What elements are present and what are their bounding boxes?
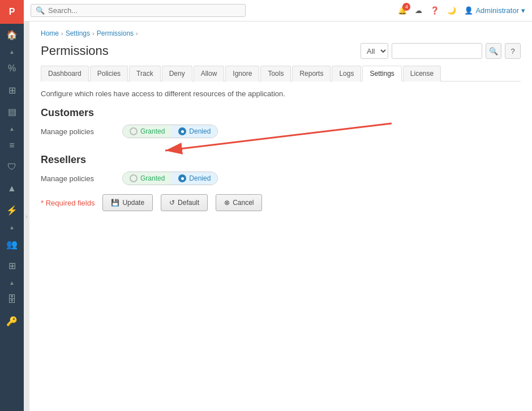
sidebar-item-lightning[interactable]: ⚡ — [0, 199, 24, 221]
search-icon: 🔍 — [36, 6, 45, 15]
sidebar-item-users[interactable]: 👥 — [0, 233, 24, 255]
sidebar-item-list[interactable]: ▤ — [0, 101, 24, 122]
help-button[interactable]: ? — [505, 43, 521, 59]
filter-select[interactable]: All — [361, 43, 388, 59]
required-label-text: Required fields — [46, 199, 95, 207]
admin-user-icon: 👤 — [464, 6, 473, 15]
app-logo[interactable]: P — [0, 0, 24, 24]
tab-track[interactable]: Track — [129, 66, 161, 82]
tab-settings[interactable]: Settings — [362, 66, 401, 82]
tab-dashboard[interactable]: Dashboard — [41, 66, 89, 82]
search-input[interactable] — [48, 6, 241, 15]
search-button[interactable]: 🔍 — [486, 43, 501, 59]
resellers-granted-radio — [130, 174, 138, 182]
customers-denied-option[interactable]: Denied — [171, 125, 217, 138]
resellers-granted-option[interactable]: Granted — [123, 172, 171, 185]
resellers-denied-option[interactable]: Denied — [171, 172, 217, 185]
customers-granted-option[interactable]: Granted — [123, 125, 171, 138]
tab-logs[interactable]: Logs — [332, 66, 361, 82]
resellers-manage-policies-label: Manage policies — [41, 174, 114, 183]
breadcrumb-sep1: › — [61, 30, 63, 37]
topbar-right: 🔔 4 ☁ ❓ 🌙 👤 Administrator ▾ — [398, 6, 525, 15]
sidebar-item-percent[interactable]: % — [0, 58, 24, 79]
sidebar-item-shield[interactable]: 🛡 — [0, 156, 24, 178]
tab-reports[interactable]: Reports — [292, 66, 331, 82]
page-content: Home › Settings › Permissions › Permissi… — [29, 22, 532, 411]
moon-icon[interactable]: 🌙 — [447, 6, 456, 15]
notification-bell[interactable]: 🔔 4 — [398, 6, 407, 15]
tab-policies[interactable]: Policies — [90, 66, 128, 82]
customers-toggle-group: Granted Denied — [122, 125, 218, 138]
sidebar-item-storage[interactable]: 🗄 — [0, 289, 24, 310]
sidebar-collapse-btn[interactable]: › — [24, 22, 29, 411]
tab-deny[interactable]: Deny — [162, 66, 192, 82]
tabs: DashboardPoliciesTrackDenyAllowIgnoreToo… — [41, 66, 521, 82]
admin-label-text: Administrator — [475, 6, 519, 15]
default-icon: ↺ — [169, 199, 175, 207]
topbar: 🔍 🔔 4 ☁ ❓ 🌙 👤 Administrator ▾ — [24, 0, 532, 22]
section-title-customers: Customers — [41, 107, 521, 119]
breadcrumb-current[interactable]: Permissions — [97, 29, 134, 37]
tab-ignore[interactable]: Ignore — [225, 66, 259, 82]
sidebar-item-grid[interactable]: ⊞ — [0, 79, 24, 101]
update-label: Update — [122, 199, 144, 207]
filter-text-input[interactable] — [392, 43, 482, 59]
breadcrumb-home[interactable]: Home — [41, 29, 59, 37]
cloud-icon[interactable]: ☁ — [415, 6, 422, 15]
resellers-denied-label: Denied — [189, 174, 211, 182]
required-row: * Required fields 💾 Update ↺ Default ⊗ C… — [41, 194, 521, 211]
sidebar-item-menu[interactable]: ≡ — [0, 135, 24, 156]
breadcrumb: Home › Settings › Permissions › — [41, 29, 521, 37]
customers-manage-policies-row: Manage policies Granted Denied — [41, 125, 521, 138]
filter-row: All 🔍 ? — [361, 43, 521, 59]
content-area: › Home › Settings › Permissions › Permis… — [24, 22, 532, 411]
default-label: Default — [178, 199, 199, 207]
resellers-granted-label: Granted — [140, 174, 165, 182]
sidebar-collapse-3[interactable]: ▲ — [0, 221, 24, 233]
sidebar-item-triangle[interactable]: ▲ — [0, 178, 24, 199]
sidebar-collapse-2[interactable]: ▲ — [0, 122, 24, 135]
tab-license[interactable]: License — [403, 66, 441, 82]
update-icon: 💾 — [111, 199, 119, 207]
customers-denied-label: Denied — [189, 127, 211, 135]
resellers-manage-policies-row: Manage policies Granted Denied — [41, 172, 521, 185]
breadcrumb-sep3: › — [136, 30, 138, 37]
help-icon[interactable]: ❓ — [430, 6, 439, 15]
required-label: * Required fields — [41, 199, 95, 207]
admin-menu[interactable]: 👤 Administrator ▾ — [464, 6, 525, 15]
page-title: Permissions — [41, 44, 109, 58]
description: Configure which roles have access to dif… — [41, 89, 521, 98]
resellers-denied-radio — [178, 174, 186, 182]
notification-count: 4 — [402, 3, 410, 11]
sidebar-collapse-4[interactable]: ▲ — [0, 276, 24, 289]
tab-tools[interactable]: Tools — [260, 66, 291, 82]
customers-granted-label: Granted — [140, 127, 165, 135]
sidebar-item-key[interactable]: 🔑 — [0, 310, 24, 332]
sidebar-collapse-1[interactable]: ▲ — [0, 45, 24, 58]
cancel-label: Cancel — [233, 199, 254, 207]
cancel-icon: ⊗ — [224, 199, 230, 207]
search-box: 🔍 — [31, 4, 246, 17]
breadcrumb-sep2: › — [92, 30, 95, 37]
update-button[interactable]: 💾 Update — [102, 194, 153, 211]
sidebar-item-grid2[interactable]: ⊞ — [0, 255, 24, 276]
breadcrumb-settings[interactable]: Settings — [66, 29, 90, 37]
resellers-toggle-group: Granted Denied — [122, 172, 218, 185]
customers-granted-radio — [130, 127, 138, 135]
required-asterisk: * — [41, 199, 46, 207]
customers-denied-radio — [178, 127, 186, 135]
sidebar: P 🏠 ▲ % ⊞ ▤ ▲ ≡ 🛡 ▲ ⚡ ▲ 👥 ⊞ ▲ 🗄 🔑 — [0, 0, 24, 411]
admin-chevron-icon: ▾ — [521, 6, 525, 15]
cancel-button[interactable]: ⊗ Cancel — [216, 194, 262, 211]
default-button[interactable]: ↺ Default — [161, 194, 208, 211]
section-title-resellers: Resellers — [41, 154, 521, 166]
page-header: Permissions All 🔍 ? — [41, 43, 521, 59]
customers-manage-policies-label: Manage policies — [41, 127, 114, 136]
sidebar-item-home[interactable]: 🏠 — [0, 24, 24, 45]
main-wrapper: 🔍 🔔 4 ☁ ❓ 🌙 👤 Administrator ▾ › Home › — [24, 0, 532, 411]
tab-allow[interactable]: Allow — [194, 66, 225, 82]
